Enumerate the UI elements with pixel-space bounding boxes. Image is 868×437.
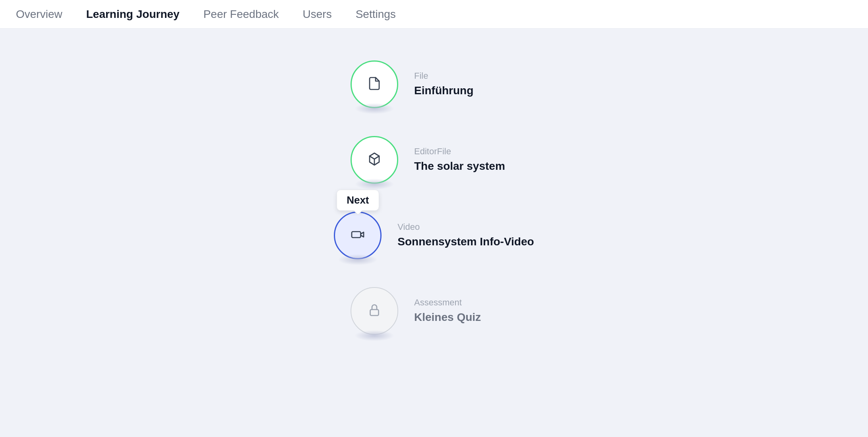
video-icon — [351, 227, 365, 243]
item-title-item-3: Sonnensystem Info-Video — [397, 235, 534, 249]
item-type-item-1: File — [414, 71, 517, 81]
nav-item-learning-journey[interactable]: Learning Journey — [86, 5, 180, 24]
item-title-item-1: Einführung — [414, 84, 517, 98]
item-info-item-3: VideoSonnensystem Info-Video — [397, 222, 534, 249]
svg-rect-0 — [352, 232, 361, 238]
node-wrapper-item-4 — [351, 287, 398, 335]
node-wrapper-item-2 — [351, 136, 398, 184]
nav-item-overview[interactable]: Overview — [16, 5, 62, 24]
main-content: FileEinführung EditorFileThe solar syste… — [0, 29, 868, 335]
editor-icon — [367, 152, 382, 168]
item-type-item-2: EditorFile — [414, 146, 517, 157]
item-type-item-3: Video — [397, 222, 534, 232]
nav-item-settings[interactable]: Settings — [356, 5, 396, 24]
item-info-item-4: AssessmentKleines Quiz — [414, 297, 517, 324]
nav-item-users[interactable]: Users — [303, 5, 332, 24]
journey-item-item-3: Next VideoSonnensystem Info-Video — [334, 212, 534, 259]
tooltip-next: Next — [337, 190, 379, 211]
svg-rect-1 — [370, 310, 379, 316]
node-wrapper-item-1 — [351, 60, 398, 108]
circle-node-item-4[interactable] — [351, 287, 398, 335]
file-icon — [367, 76, 382, 92]
journey-item-item-4: AssessmentKleines Quiz — [351, 287, 517, 335]
journey-item-item-1: FileEinführung — [351, 60, 517, 108]
item-info-item-1: FileEinführung — [414, 71, 517, 98]
item-type-item-4: Assessment — [414, 297, 517, 308]
circle-node-item-1[interactable] — [351, 60, 398, 108]
item-info-item-2: EditorFileThe solar system — [414, 146, 517, 173]
item-title-item-2: The solar system — [414, 159, 517, 173]
node-wrapper-item-3: Next — [334, 212, 382, 259]
lock-icon — [367, 303, 382, 319]
circle-node-item-2[interactable] — [351, 136, 398, 184]
nav-item-peer-feedback[interactable]: Peer Feedback — [203, 5, 279, 24]
item-title-item-4: Kleines Quiz — [414, 310, 517, 324]
journey-item-item-2: EditorFileThe solar system — [351, 136, 517, 184]
circle-node-item-3[interactable] — [334, 212, 382, 259]
navigation: OverviewLearning JourneyPeer FeedbackUse… — [0, 0, 868, 29]
